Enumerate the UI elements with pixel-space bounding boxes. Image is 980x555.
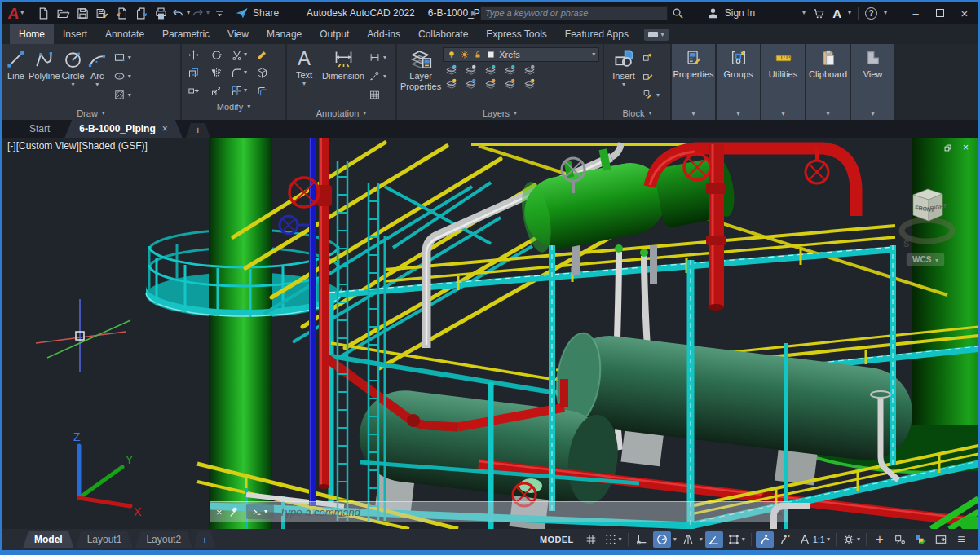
tab-output[interactable]: Output — [311, 24, 358, 44]
graphics-performance-button[interactable] — [912, 531, 929, 548]
drawing-close-button[interactable]: × — [963, 142, 969, 153]
save-button[interactable] — [73, 4, 92, 22]
ellipse-tool-icon[interactable] — [113, 70, 126, 82]
grid-toggle[interactable] — [582, 531, 600, 548]
panel-utilities-collapsed[interactable]: Utilities▾ — [761, 44, 805, 120]
rotate-tool-icon[interactable] — [210, 49, 223, 61]
leader-icon[interactable] — [369, 70, 381, 82]
isolate-objects-button[interactable] — [891, 531, 909, 548]
sign-in-dropdown-icon[interactable]: ▾ — [802, 10, 806, 16]
chevron-down-icon[interactable]: ▾ — [244, 51, 247, 58]
new-file-button[interactable] — [34, 4, 53, 22]
scale-tool-icon[interactable] — [210, 85, 223, 97]
open-file-button[interactable] — [54, 4, 73, 22]
save-as-button[interactable] — [93, 4, 112, 22]
panel-properties-collapsed[interactable]: Properties▾ — [672, 44, 715, 120]
new-drawing-tab-button[interactable]: + — [186, 123, 210, 138]
block-panel-label[interactable]: Block▾ — [604, 106, 670, 120]
sign-in-button[interactable]: Sign In — [706, 7, 755, 20]
chevron-down-icon[interactable]: ▾ — [700, 536, 703, 543]
maximize-button[interactable] — [929, 4, 951, 22]
chevron-down-icon[interactable]: ▾ — [742, 536, 745, 543]
explode-tool-icon[interactable] — [256, 67, 268, 79]
chevron-down-icon[interactable]: ▾ — [884, 10, 887, 16]
layer-change-icon[interactable] — [523, 77, 536, 90]
tab-home[interactable]: Home — [10, 24, 54, 44]
table-icon[interactable] — [369, 89, 381, 101]
layer-isolate-icon[interactable] — [445, 64, 457, 76]
layer-make-current-icon[interactable] — [465, 64, 477, 76]
clean-screen-button[interactable] — [932, 531, 950, 548]
tab-express-tools[interactable]: Express Tools — [477, 24, 555, 44]
search-icon[interactable] — [671, 7, 685, 20]
isodraft-toggle[interactable] — [679, 531, 697, 548]
chevron-down-icon[interactable]: ▾ — [656, 92, 660, 99]
drawing-minimize-button[interactable]: – — [927, 142, 933, 153]
polar-tracking-toggle[interactable] — [653, 531, 671, 548]
customization-menu-button[interactable]: ≡ — [952, 531, 970, 548]
layer-off-icon[interactable] — [445, 77, 457, 90]
draw-panel-label[interactable]: Draw▾ — [2, 106, 180, 120]
command-customize-wrench-icon[interactable] — [228, 506, 241, 518]
command-input[interactable] — [280, 506, 772, 518]
chevron-down-icon[interactable]: ▾ — [383, 55, 386, 61]
offset-tool-icon[interactable] — [256, 85, 268, 97]
wcs-dropdown[interactable]: WCS — [912, 255, 932, 264]
tab-insert[interactable]: Insert — [54, 24, 96, 44]
erase-tool-icon[interactable] — [256, 49, 268, 61]
workspace-switching-button[interactable]: ▾ — [841, 531, 862, 548]
command-history-icon[interactable]: ▴ — [778, 508, 782, 517]
redo-button[interactable]: ▾ — [191, 4, 210, 22]
minimize-button[interactable]: – — [905, 4, 926, 22]
arc-button[interactable]: Arc▾ — [86, 46, 108, 106]
share-button[interactable]: Share — [235, 7, 279, 20]
undo-button[interactable]: ▾ — [171, 4, 190, 22]
annotation-visibility-toggle[interactable] — [756, 531, 774, 548]
autodesk-a-icon[interactable]: A — [832, 7, 841, 20]
tab-layout1[interactable]: Layout1 — [76, 531, 134, 548]
chevron-down-icon[interactable]: ▾ — [857, 536, 860, 543]
polyline-button[interactable]: Polyline — [29, 46, 60, 106]
close-button[interactable]: × — [954, 4, 975, 22]
object-snap-toggle[interactable]: ▾ — [726, 531, 747, 548]
chevron-down-icon[interactable]: ▾ — [827, 536, 830, 543]
layer-lock-icon[interactable] — [504, 64, 516, 76]
chevron-down-icon[interactable]: ▾ — [244, 69, 247, 76]
drawing-restore-button[interactable] — [943, 143, 952, 152]
close-tab-icon[interactable]: × — [162, 120, 168, 138]
tab-collaborate[interactable]: Collaborate — [409, 24, 477, 44]
customize-qat-button[interactable] — [210, 4, 229, 22]
hatch-tool-icon[interactable] — [113, 89, 126, 101]
mirror-tool-icon[interactable] — [210, 67, 223, 79]
snap-toggle[interactable]: ▾ — [603, 531, 624, 548]
command-prompt-chip[interactable]: ▾ — [246, 504, 274, 519]
open-from-web-button[interactable] — [113, 4, 131, 22]
annotation-monitor-button[interactable]: + — [871, 531, 889, 548]
tab-parametric[interactable]: Parametric — [153, 24, 219, 44]
chevron-down-icon[interactable]: ▾ — [128, 73, 131, 80]
tab-featured-apps[interactable]: Featured Apps — [556, 24, 638, 44]
layer-thaw-all-icon[interactable] — [484, 77, 497, 90]
viewcube[interactable]: S FRONT RIGHT WCS ▾ — [897, 178, 959, 268]
annotation-panel-label[interactable]: Annotation▾ — [287, 106, 395, 120]
plot-button[interactable] — [152, 4, 170, 22]
rectangle-tool-icon[interactable] — [113, 51, 126, 64]
model-space-badge[interactable]: MODEL — [534, 535, 580, 544]
ribbon-display-toggle[interactable]: ▾ — [644, 29, 669, 41]
ortho-toggle[interactable] — [633, 531, 651, 548]
help-icon[interactable]: ? — [865, 7, 877, 20]
insert-block-button[interactable]: Insert▾ — [607, 46, 640, 106]
line-button[interactable]: Line — [5, 46, 27, 106]
modify-panel-label[interactable]: Modify▾ — [182, 99, 285, 113]
app-menu-button[interactable]: A ▾ — [7, 4, 25, 22]
define-attributes-icon[interactable] — [642, 89, 654, 101]
file-tab-start[interactable]: Start — [15, 120, 64, 138]
tab-layout2[interactable]: Layout2 — [135, 531, 192, 548]
panel-view-collapsed[interactable]: View▾ — [851, 44, 894, 120]
annotation-scale-button[interactable]: 1:1▾ — [797, 531, 832, 548]
save-to-web-button[interactable] — [132, 4, 151, 22]
file-tab-document[interactable]: 6-B-1000_Piping× — [64, 120, 182, 138]
array-tool-icon[interactable] — [231, 85, 243, 97]
xref-layer-combo[interactable]: Xrefs ▾ — [443, 47, 599, 62]
tab-model[interactable]: Model — [23, 531, 74, 548]
